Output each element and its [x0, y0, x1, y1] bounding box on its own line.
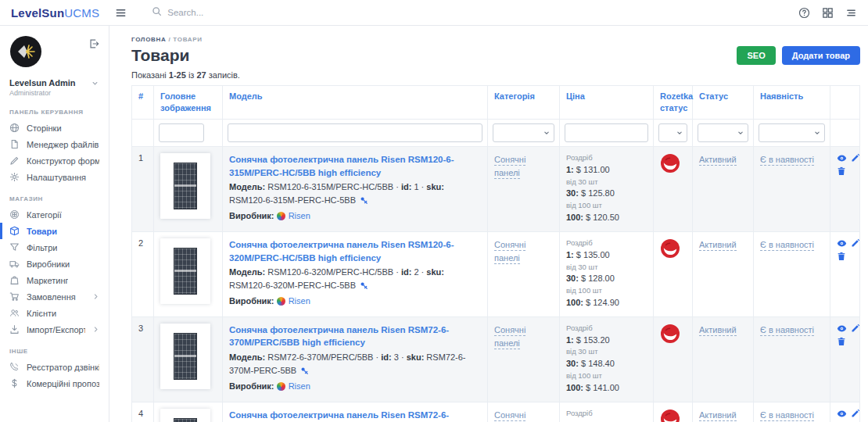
sidebar-item-form-builder[interactable]: Конструктор форм	[0, 152, 109, 169]
sidebar-item-label: Категорії	[27, 210, 62, 220]
profile-name-row[interactable]: Levelsun Admin	[9, 78, 99, 88]
manufacturer-link[interactable]: Risen	[289, 381, 310, 391]
logo-primary: LevelSun	[11, 6, 64, 20]
sku-key-icon[interactable]	[360, 197, 368, 206]
sku-key-icon[interactable]	[360, 282, 368, 291]
help-icon[interactable]	[798, 7, 810, 19]
status-filter-select[interactable]	[698, 123, 748, 142]
product-title-link[interactable]: Сонячна фотоелектрична панель Risen RSM7…	[229, 324, 481, 349]
image-cell	[154, 146, 223, 231]
sidebar-item-label: Замовлення	[27, 292, 76, 302]
delete-trash-icon[interactable]	[837, 252, 846, 261]
status-editable[interactable]: Активний	[699, 155, 737, 166]
risen-logo-icon	[277, 297, 285, 306]
availability-filter-select[interactable]	[759, 123, 825, 142]
view-eye-icon[interactable]	[837, 324, 847, 334]
apps-grid-icon[interactable]	[822, 7, 834, 19]
rozetka-logo-icon[interactable]	[660, 166, 680, 175]
edit-pencil-icon[interactable]	[851, 324, 860, 334]
rozetka-status-filter-select[interactable]	[658, 123, 687, 142]
top-bar: LevelSunUCMS	[0, 0, 868, 26]
sidebar-item-products[interactable]: Товари	[0, 223, 109, 239]
solar-panel-thumbnail	[174, 163, 197, 209]
price-cell: Роздріб1: $ 153.20від 30 шт30: $ 148.40в…	[560, 316, 654, 402]
model-meta-line: Модель: RSM120-6-320M/PERC-HC/5BB · id: …	[229, 266, 481, 293]
sku-key-icon[interactable]	[300, 367, 309, 377]
rozetka-logo-icon[interactable]	[660, 336, 680, 345]
image-filter-input[interactable]	[159, 123, 204, 142]
category-editable[interactable]: Сонячні панелі	[494, 240, 525, 265]
edit-pencil-icon[interactable]	[851, 238, 860, 249]
col-header-image[interactable]: Головне зображення	[154, 86, 223, 120]
model-cell: Сонячна фотоелектрична панель Risen RSM1…	[223, 231, 488, 316]
category-editable[interactable]: Сонячні панелі	[494, 410, 525, 422]
add-product-button[interactable]: Додати товар	[782, 46, 860, 65]
chevron-down-icon	[91, 79, 99, 88]
product-image[interactable]	[160, 238, 210, 304]
breadcrumb-home[interactable]: ГОЛОВНА	[131, 36, 167, 43]
sidebar-item-commercial-offers[interactable]: Комерційні пропозиції	[0, 375, 109, 392]
truck-icon	[9, 259, 20, 269]
product-image[interactable]	[160, 153, 210, 219]
list-lines-icon[interactable]	[845, 7, 857, 19]
sidebar-item-manufacturers[interactable]: Виробники	[0, 256, 109, 272]
sidebar-item-settings[interactable]: Налаштування	[0, 169, 109, 185]
product-title-link[interactable]: Сонячна фотоелектрична панель Risen RSM7…	[229, 409, 481, 422]
status-editable[interactable]: Активний	[699, 410, 737, 421]
category-editable[interactable]: Сонячні панелі	[494, 155, 525, 180]
col-header-category[interactable]: Категорія	[488, 86, 560, 120]
app-logo[interactable]: LevelSunUCMS	[11, 6, 99, 20]
availability-editable[interactable]: Є в наявності	[760, 325, 814, 336]
actions-cell	[830, 146, 860, 231]
manufacturer-line: Виробник: Risen	[229, 380, 481, 393]
col-header-price[interactable]: Ціна	[560, 86, 654, 120]
price-filter-input[interactable]	[565, 123, 648, 142]
sidebar-item-pages[interactable]: Сторінки	[0, 120, 109, 136]
edit-pencil-icon[interactable]	[851, 409, 860, 419]
search-input[interactable]	[167, 8, 308, 17]
model-filter-input[interactable]	[228, 123, 482, 142]
col-header-rozetka-status[interactable]: Rozetka статус	[654, 86, 693, 120]
manufacturer-link[interactable]: Risen	[289, 211, 310, 220]
availability-editable[interactable]: Є в наявності	[760, 240, 814, 251]
sidebar-item-orders[interactable]: Замовлення	[0, 288, 109, 305]
sidebar-item-call-recorder[interactable]: Реєстратор дзвінків	[0, 359, 109, 375]
rozetka-logo-icon[interactable]	[660, 251, 680, 260]
col-header-status[interactable]: Статус	[693, 86, 754, 120]
category-editable[interactable]: Сонячні панелі	[494, 325, 525, 350]
sidebar-item-clients[interactable]: Клієнти	[0, 305, 109, 321]
sidebar-item-file-manager[interactable]: Менеджер файлів	[0, 136, 109, 152]
logout-icon[interactable]	[88, 38, 99, 52]
gear-icon	[9, 172, 20, 182]
view-eye-icon[interactable]	[837, 238, 847, 249]
sidebar-item-marketing[interactable]: Маркетинг	[0, 272, 109, 288]
product-image[interactable]	[160, 324, 210, 389]
phone-icon	[9, 362, 20, 372]
price-qty-note: Роздріб	[566, 153, 647, 163]
sidebar-item-label: Сторінки	[27, 123, 62, 133]
image-cell	[154, 316, 223, 402]
sidebar-item-import-export[interactable]: Імпорт/Експорт	[0, 321, 109, 338]
category-filter-select[interactable]	[493, 123, 554, 142]
sidebar-item-categories[interactable]: Категорії	[0, 206, 109, 223]
edit-pencil-icon[interactable]	[851, 153, 860, 163]
col-header-availability[interactable]: Наявність	[754, 86, 830, 120]
col-header-num[interactable]: #	[132, 86, 154, 120]
delete-trash-icon[interactable]	[837, 166, 846, 176]
col-header-model[interactable]: Модель	[223, 86, 488, 120]
availability-editable[interactable]: Є в наявності	[760, 155, 814, 166]
product-image[interactable]	[160, 409, 210, 422]
manufacturer-link[interactable]: Risen	[289, 296, 310, 306]
avatar[interactable]	[9, 57, 42, 70]
view-eye-icon[interactable]	[837, 153, 847, 163]
sidebar-item-filters[interactable]: Фільтри	[0, 239, 109, 256]
status-editable[interactable]: Активний	[699, 240, 737, 251]
view-eye-icon[interactable]	[837, 409, 847, 419]
product-title-link[interactable]: Сонячна фотоелектрична панель Risen RSM1…	[229, 238, 481, 264]
product-title-link[interactable]: Сонячна фотоелектрична панель Risen RSM1…	[229, 153, 481, 179]
status-editable[interactable]: Активний	[699, 325, 737, 336]
hamburger-menu-icon[interactable]	[115, 7, 127, 19]
delete-trash-icon[interactable]	[837, 337, 846, 346]
availability-editable[interactable]: Є в наявності	[760, 410, 814, 421]
seo-button[interactable]: SEO	[737, 46, 775, 65]
